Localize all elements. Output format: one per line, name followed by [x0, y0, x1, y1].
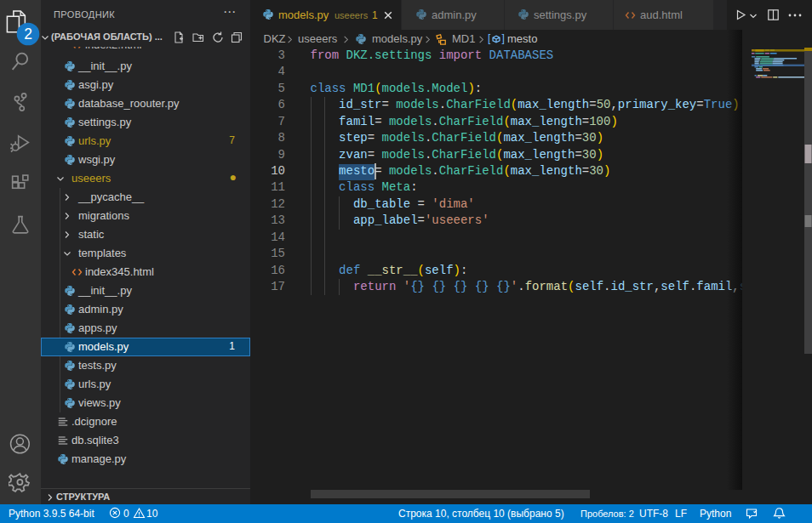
svg-text:2: 2: [24, 26, 32, 43]
